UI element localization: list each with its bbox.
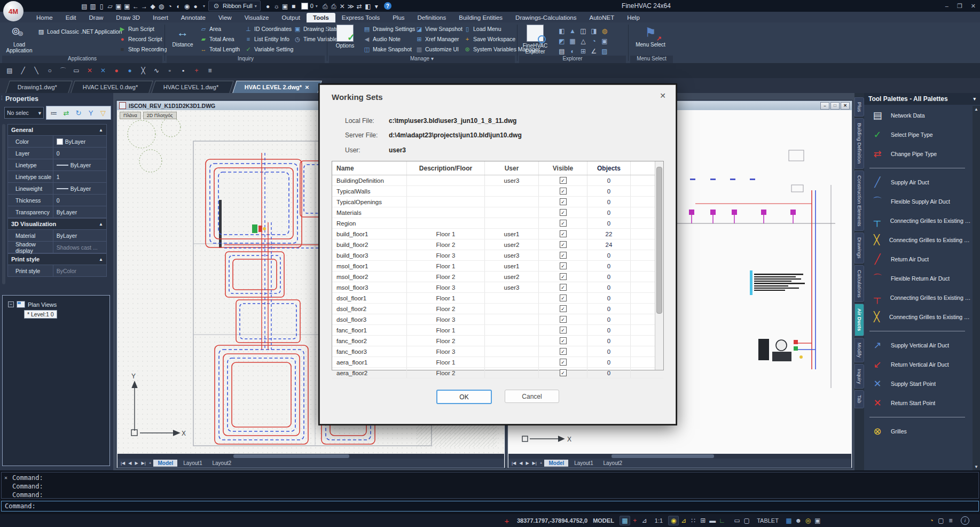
ribbon-command[interactable]: ≡ List Entity Info [245, 34, 293, 44]
erase-red-icon[interactable]: ✕ [85, 66, 94, 75]
visible-checkbox[interactable] [560, 230, 567, 237]
spline-tool-icon[interactable]: ∿ [152, 66, 161, 75]
table-row[interactable]: fanc_floor3 Floor 3 0 [332, 346, 663, 357]
undo-icon[interactable]: ← [131, 2, 140, 11]
ribbon-command[interactable]: ⊥ ID Coordinates [245, 24, 293, 34]
command-history[interactable]: ✕ Command:Command:Command: [1, 472, 979, 499]
explorer-tool-icon[interactable]: ▲ [567, 26, 578, 36]
section-header[interactable]: General▲ [7, 124, 107, 136]
explorer-tool-icon[interactable]: △ [578, 36, 589, 46]
add-layout-button[interactable]: + [148, 461, 153, 466]
ribbon-tab[interactable]: Help [621, 13, 646, 22]
erase-icon[interactable]: ✕ [338, 2, 347, 11]
palette-tool[interactable]: ╳ Connecting Grilles to Existing Duct ..… [864, 230, 973, 250]
prev-layout-button[interactable]: ◀ [127, 461, 132, 466]
plan-chip[interactable]: Πλάνα [120, 112, 141, 119]
explorer-tool-icon[interactable]: ▣ [599, 36, 610, 46]
property-row[interactable]: Thickness0 [7, 195, 107, 206]
table-row[interactable]: fanc_floor1 Floor 1 0 [332, 325, 663, 336]
visible-checkbox[interactable] [560, 273, 567, 280]
ribbon-tab[interactable]: Building Entities [452, 13, 509, 22]
ribbon-command[interactable]: ▥ Customize UI [415, 44, 462, 54]
table-row[interactable]: TypicalWalls 0 [332, 186, 663, 197]
ribbon-tab[interactable]: Insert [146, 13, 175, 22]
ribbon-command[interactable]: ▶ Run Script [119, 24, 167, 34]
visible-checkbox[interactable] [560, 305, 567, 312]
table-row[interactable]: Materials 0 [332, 207, 663, 218]
explorer-tool-icon[interactable]: ∠ [589, 46, 599, 56]
chevron-down-icon[interactable]: ▾ [973, 96, 976, 102]
new-sheet-icon[interactable]: ▤ [5, 66, 14, 75]
table-row[interactable]: BuildingDefinition user3 0 [332, 175, 663, 186]
working-sets-table[interactable]: Name Description/Floor User Visible Obje… [332, 161, 664, 370]
ucs-icon[interactable]: ∟ [717, 516, 727, 525]
visible-checkbox[interactable] [560, 348, 567, 355]
autoscale-icon[interactable]: ⊿ [679, 516, 688, 525]
node-filled-icon[interactable]: ▪ [179, 66, 187, 75]
visible-checkbox[interactable] [560, 241, 567, 248]
next-layout-button[interactable]: ▶ [524, 461, 530, 466]
property-row[interactable]: TransparencyByLayer [7, 206, 107, 218]
visible-checkbox[interactable] [560, 359, 567, 366]
new-file-icon[interactable]: ▯ [97, 2, 106, 11]
ribbon-tab[interactable]: Visualize [238, 13, 276, 22]
window-minimize-button[interactable]: – [820, 102, 829, 110]
palette-group-tab[interactable]: Construction Elements [854, 170, 864, 231]
orbit-sphere-icon[interactable]: ◍ [157, 2, 166, 11]
restore-button[interactable]: ❐ [957, 3, 962, 10]
undo-caret-icon[interactable]: ▾ [203, 4, 205, 9]
visible-checkbox[interactable] [560, 177, 567, 184]
collapse-icon[interactable]: ▲ [99, 257, 103, 262]
more-caret-icon[interactable]: ▾ [372, 2, 381, 11]
ribbon-tab[interactable]: Home [30, 13, 59, 22]
collapse-node-icon[interactable]: − [8, 301, 14, 307]
palette-tool[interactable]: ┬ Connecting Grilles to Existing Duct [864, 211, 973, 230]
tab-close-icon[interactable]: ✕ [305, 84, 309, 90]
layout-tab[interactable]: Model [153, 460, 177, 467]
cube-icon[interactable]: ◧ [364, 2, 372, 11]
render-sphere-icon[interactable]: ● [191, 2, 200, 11]
property-row[interactable]: LinetypeByLayer [7, 159, 107, 171]
palette-group-tab[interactable]: Tab [854, 390, 864, 408]
steering-wheel-icon[interactable]: ◆ [148, 2, 157, 11]
visible-checkbox[interactable] [560, 316, 567, 323]
ribbon-tab[interactable]: Definitions [411, 13, 453, 22]
column-description-floor[interactable]: Description/Floor [407, 161, 485, 175]
explorer-tool-icon[interactable]: ◍ [599, 26, 610, 36]
arc-tool-icon[interactable]: ⌒ [59, 66, 67, 75]
palette-group-tab[interactable]: Calculations [854, 265, 864, 303]
collapse-icon[interactable]: ▲ [99, 222, 103, 227]
select-cycle-icon[interactable]: ↻ [73, 108, 84, 118]
object-snap-tracking-icon[interactable]: + [630, 516, 640, 525]
ribbon-command[interactable]: ■ Stop Recording [119, 44, 167, 54]
ribbon-command[interactable]: ✓ Variable Setting [245, 44, 293, 54]
explorer-tool-icon[interactable]: ◩ [556, 36, 567, 46]
table-row[interactable]: build_floor3 Floor 3 user3 0 [332, 250, 663, 261]
lamp-icon[interactable]: ● [264, 2, 272, 11]
last-layout-button[interactable]: ▶| [140, 461, 147, 466]
ribbon-command[interactable]: ▤ Drawing Settings [363, 24, 415, 34]
rectangle-tool-icon[interactable]: ▭ [72, 66, 81, 75]
ribbon-command[interactable]: ▰ Total Area [200, 34, 240, 44]
ribbon-command[interactable]: ◪ View Snapshot [415, 24, 462, 34]
command-input[interactable]: Command: [1, 501, 979, 511]
coordinates-readout[interactable]: 38377.1797,-37894.4752,0 [517, 517, 587, 524]
ribbon-tab[interactable]: AutoNET [583, 13, 621, 22]
annotation-visibility-icon[interactable]: ◉ [668, 516, 679, 525]
palette-tool[interactable]: ⌒ Flexible Supply Air Duct [864, 192, 973, 211]
explorer-tool-icon[interactable]: ▦ [567, 36, 578, 46]
property-row[interactable]: ColorByLayer [7, 136, 107, 148]
ribbon-tab[interactable]: View [212, 13, 238, 22]
table-row[interactable]: Region 0 [332, 218, 663, 229]
palette-tool[interactable]: ┬ Connecting Grilles to Existing Duct [864, 288, 973, 307]
palette-grip[interactable]: ⁞ [1, 95, 3, 101]
line-tool-icon[interactable]: ╱ [19, 66, 27, 75]
table-scrollbar[interactable] [655, 161, 663, 370]
visible-checkbox[interactable] [560, 337, 567, 344]
table-row[interactable]: build_floor1 Floor 1 user1 22 [332, 229, 663, 239]
table-row[interactable]: dsol_floor1 Floor 1 0 [332, 293, 663, 304]
section-header[interactable]: Print style▲ [7, 253, 107, 265]
palette-tool[interactable]: ⌒ Flexible Return Air Duct [864, 269, 973, 288]
layout-tab[interactable]: Layout1 [570, 460, 598, 467]
column-user[interactable]: User [485, 161, 539, 175]
